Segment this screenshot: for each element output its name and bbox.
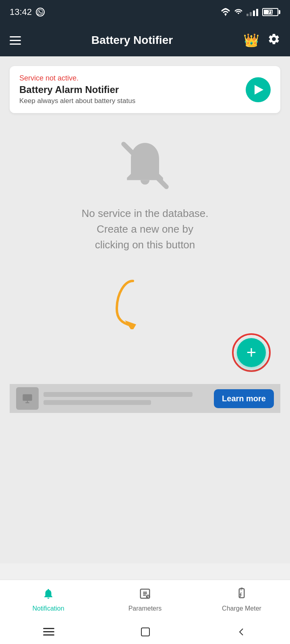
ad-banner: Learn more xyxy=(10,384,280,413)
tab-parameters[interactable]: Parameters xyxy=(97,580,193,620)
service-subtitle: Keep always alert about battery status xyxy=(19,97,239,105)
no-notification-icon xyxy=(117,137,173,194)
main-content: Service not active. Battery Alarm Notifi… xyxy=(0,56,290,564)
parameters-icon xyxy=(139,588,151,603)
status-icons: 71 xyxy=(221,8,280,16)
play-icon xyxy=(255,85,263,95)
svg-rect-9 xyxy=(43,628,54,629)
service-title: Battery Alarm Notifier xyxy=(19,84,239,95)
learn-more-button[interactable]: Learn more xyxy=(214,389,274,408)
service-card: Service not active. Battery Alarm Notifi… xyxy=(10,66,280,113)
charge-meter-tab-label: Charge Meter xyxy=(222,605,261,612)
tab-charge-meter[interactable]: Charge Meter xyxy=(193,580,290,620)
notification-tab-label: Notification xyxy=(32,605,64,612)
svg-rect-8 xyxy=(240,590,242,590)
android-menu-button[interactable] xyxy=(43,628,54,636)
service-card-text: Service not active. Battery Alarm Notifi… xyxy=(19,74,239,105)
arrow-icon xyxy=(109,277,157,329)
hamburger-menu-button[interactable] xyxy=(10,36,21,45)
svg-rect-10 xyxy=(43,631,54,632)
signal-bars xyxy=(246,8,258,16)
battery-icon: 71 xyxy=(262,8,280,16)
android-home-button[interactable] xyxy=(140,627,151,637)
fab-area: + xyxy=(10,333,280,380)
add-icon: + xyxy=(246,344,257,361)
ad-text-block xyxy=(44,392,209,405)
bottom-navigation: Notification Parameters Charge Meter xyxy=(0,580,290,620)
status-bar: 13:42 71 xyxy=(0,0,290,24)
tab-notification[interactable]: Notification xyxy=(0,580,97,620)
wifi-icon xyxy=(221,8,230,16)
crown-icon[interactable]: 👑 xyxy=(243,33,259,48)
app-title: Battery Notifier xyxy=(29,34,235,47)
status-time: 13:42 xyxy=(10,7,32,17)
android-back-button[interactable] xyxy=(236,627,247,637)
whatsapp-icon xyxy=(36,8,45,17)
charge-meter-icon xyxy=(236,588,248,603)
android-nav-bar xyxy=(0,620,290,644)
empty-state-message: No service in the database.Create a new … xyxy=(81,206,208,253)
settings-icon[interactable] xyxy=(267,33,280,48)
parameters-tab-label: Parameters xyxy=(128,605,162,612)
empty-state: No service in the database.Create a new … xyxy=(10,113,280,341)
signal-icon xyxy=(234,8,242,16)
fab-highlight: + xyxy=(232,333,271,372)
ad-thumbnail xyxy=(16,387,39,410)
app-bar: Battery Notifier 👑 xyxy=(0,24,290,56)
svg-rect-11 xyxy=(43,634,54,636)
play-service-button[interactable] xyxy=(246,77,271,102)
svg-rect-4 xyxy=(23,394,32,401)
add-service-fab-button[interactable]: + xyxy=(237,338,266,367)
svg-rect-12 xyxy=(141,628,149,636)
notification-bell-icon xyxy=(42,588,54,603)
service-status-label: Service not active. xyxy=(19,74,239,83)
